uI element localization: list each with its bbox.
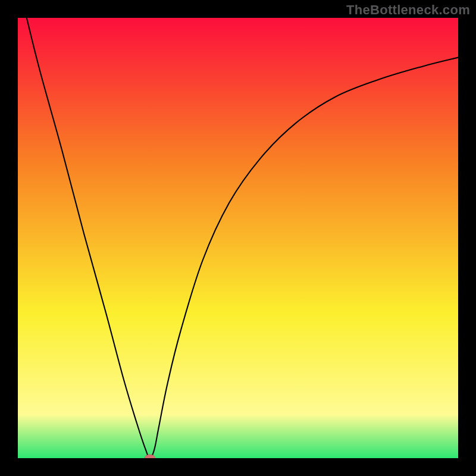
watermark-text: TheBottleneck.com — [346, 2, 470, 18]
plot-area — [18, 18, 458, 458]
gradient-background — [18, 18, 458, 458]
chart-frame: TheBottleneck.com — [0, 0, 476, 476]
plot-svg — [18, 18, 458, 458]
